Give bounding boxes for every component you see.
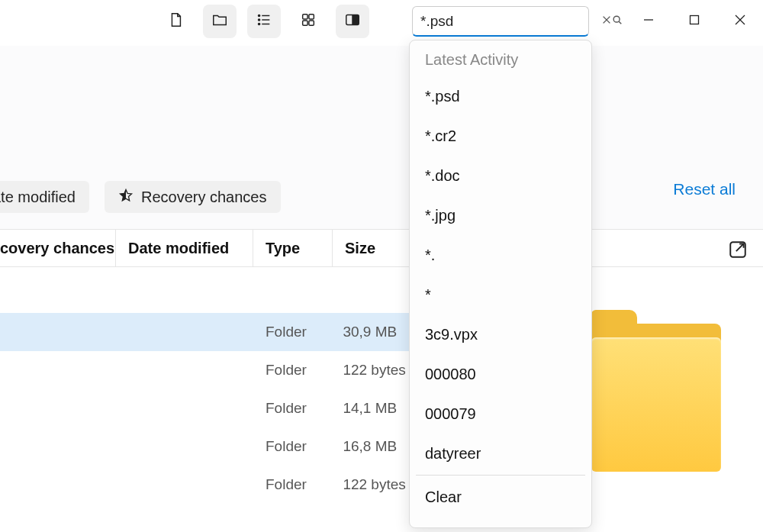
- dropdown-item[interactable]: *.: [410, 235, 591, 275]
- column-date-modified[interactable]: Date modified: [116, 230, 253, 266]
- dropdown-item[interactable]: datyreer: [410, 434, 591, 473]
- search-clear-button[interactable]: [601, 12, 612, 31]
- svg-point-15: [613, 16, 620, 22]
- search-submit-button[interactable]: [612, 12, 623, 31]
- search-input[interactable]: [420, 13, 601, 30]
- search-icon: [612, 15, 623, 28]
- svg-rect-12: [353, 15, 359, 25]
- dropdown-header: Latest Activity: [410, 51, 591, 76]
- list-view-button[interactable]: [247, 5, 281, 38]
- open-external-icon: [728, 249, 748, 262]
- maximize-icon: [688, 14, 700, 29]
- dropdown-separator: [416, 475, 585, 476]
- dropdown-item[interactable]: 000079: [410, 394, 591, 434]
- table-row[interactable]: Folder 122 bytes: [0, 351, 427, 389]
- column-recovery-chances[interactable]: covery chances: [0, 230, 116, 266]
- panel-view-button[interactable]: [336, 5, 369, 38]
- filter-label: Recovery chances: [141, 189, 267, 206]
- table-row[interactable]: Folder 14,1 MB: [0, 389, 427, 427]
- filter-label: ate modified: [0, 189, 76, 206]
- dropdown-clear[interactable]: Clear: [410, 477, 591, 517]
- folder-view-button[interactable]: [203, 5, 237, 38]
- dropdown-item[interactable]: *.cr2: [410, 116, 591, 156]
- dropdown-item[interactable]: *.psd: [410, 76, 591, 116]
- window-maximize-button[interactable]: [671, 0, 717, 43]
- svg-rect-7: [309, 15, 314, 19]
- cell-type: Folder: [253, 362, 330, 379]
- dropdown-item[interactable]: *.jpg: [410, 195, 591, 235]
- dropdown-item[interactable]: *: [410, 275, 591, 314]
- dropdown-item[interactable]: *.doc: [410, 156, 591, 195]
- search-box[interactable]: [412, 6, 589, 37]
- svg-point-0: [258, 15, 259, 16]
- window-minimize-button[interactable]: [626, 0, 671, 43]
- table-row[interactable]: Folder 16,8 MB: [0, 427, 427, 466]
- cell-type: Folder: [253, 438, 330, 455]
- cell-type: Folder: [253, 400, 330, 417]
- x-icon: [601, 15, 612, 28]
- svg-line-16: [619, 21, 621, 24]
- svg-point-4: [258, 23, 259, 24]
- table-header: covery chances Date modified Type Size: [0, 229, 763, 267]
- svg-rect-8: [303, 21, 307, 25]
- star-half-icon: [118, 188, 134, 207]
- reset-all-link[interactable]: Reset all: [673, 180, 736, 198]
- close-icon: [734, 14, 746, 29]
- cell-type: Folder: [253, 324, 330, 340]
- table-rows: Folder 30,9 MB Folder 122 bytes Folder 1…: [0, 313, 427, 504]
- folder-icon: [211, 11, 228, 31]
- svg-rect-18: [691, 16, 699, 24]
- window-close-button[interactable]: [717, 0, 763, 43]
- filter-date-modified[interactable]: ate modified: [0, 181, 89, 213]
- svg-rect-9: [309, 21, 314, 25]
- grid-icon: [300, 11, 317, 31]
- column-type[interactable]: Type: [253, 230, 333, 266]
- file-view-button[interactable]: [159, 5, 192, 38]
- panel-icon: [344, 11, 361, 31]
- search-suggestions-dropdown: Latest Activity *.psd *.cr2 *.doc *.jpg …: [409, 40, 592, 528]
- preview-folder-icon: [591, 324, 721, 472]
- dropdown-item[interactable]: 3c9.vpx: [410, 314, 591, 354]
- table-row[interactable]: Folder 30,9 MB: [0, 313, 427, 351]
- svg-rect-6: [303, 15, 307, 19]
- svg-point-2: [258, 19, 259, 21]
- table-row[interactable]: Folder 122 bytes: [0, 466, 427, 504]
- file-icon: [167, 11, 184, 31]
- list-icon: [256, 11, 272, 31]
- filter-recovery-chances[interactable]: Recovery chances: [105, 181, 281, 213]
- open-external-button[interactable]: [728, 240, 749, 261]
- grid-view-button[interactable]: [291, 5, 325, 38]
- minimize-icon: [642, 14, 655, 29]
- dropdown-item[interactable]: 000080: [410, 354, 591, 394]
- cell-type: Folder: [253, 476, 330, 493]
